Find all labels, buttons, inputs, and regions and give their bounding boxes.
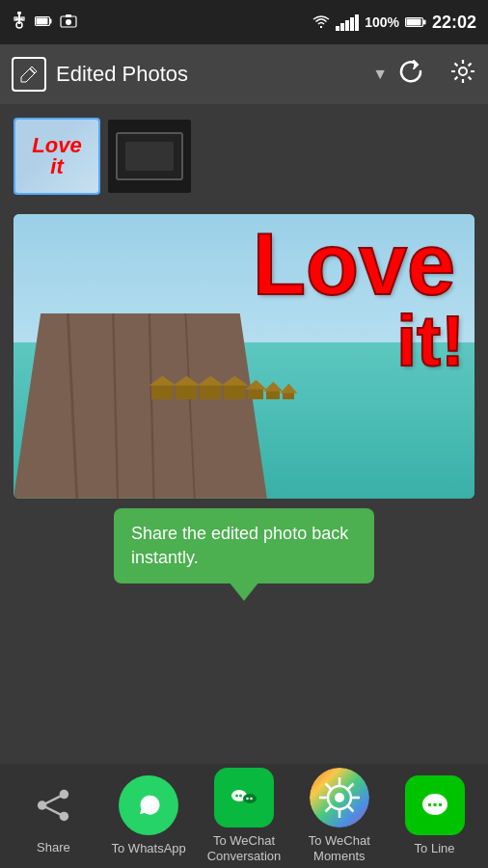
svg-rect-13 (406, 19, 420, 26)
thumbnail-2[interactable] (106, 118, 193, 195)
wechat-moments-label: To WeChat Moments (296, 833, 383, 863)
wechat-moments-action[interactable]: To WeChat Moments (296, 768, 383, 863)
svg-point-37 (335, 793, 344, 802)
svg-point-32 (243, 794, 257, 803)
app-title: Edited Photos (56, 62, 363, 87)
status-bar: 100% 22:02 (0, 0, 488, 44)
share-icon-container (24, 776, 82, 834)
car-dashboard-thumb (116, 132, 183, 180)
svg-rect-14 (423, 20, 426, 25)
it-word: it! (396, 307, 465, 375)
line-label: To Line (415, 841, 455, 856)
moments-icon (310, 768, 369, 827)
svg-point-16 (459, 68, 467, 75)
battery-small-icon (35, 14, 52, 31)
svg-rect-11 (66, 14, 71, 17)
svg-rect-48 (428, 803, 431, 806)
usb-icon (12, 12, 27, 34)
app-bar: Edited Photos ▼ (0, 44, 488, 104)
svg-line-26 (42, 805, 65, 816)
svg-rect-8 (50, 18, 52, 23)
battery-percent: 100% (365, 14, 399, 30)
battery-icon (405, 15, 426, 29)
clock: 22:02 (432, 13, 476, 33)
status-right-info: 100% 22:02 (312, 13, 476, 33)
tooltip-container: Share the edited photo back instantly. (0, 508, 488, 583)
svg-point-24 (38, 800, 47, 810)
moments-icon-container (310, 768, 369, 827)
share-icon (35, 787, 71, 824)
svg-point-22 (60, 790, 69, 800)
svg-point-30 (235, 795, 238, 798)
line-action[interactable]: To Line (392, 775, 478, 856)
thumbnail-row: Loveit (0, 104, 488, 208)
wechat-conv-label: To WeChat Conversation (201, 833, 287, 863)
wechat-conv-action[interactable]: To WeChat Conversation (201, 768, 287, 863)
photo-icon (60, 14, 77, 32)
action-bar: Share To WhatsApp To WeChat Conver (0, 764, 488, 868)
wechat-icon-container (214, 768, 274, 827)
main-image: Love it! (14, 214, 474, 499)
svg-point-31 (239, 795, 242, 798)
svg-rect-49 (433, 803, 436, 806)
share-label: Share (37, 840, 70, 855)
status-left-icons (12, 12, 77, 34)
svg-point-23 (60, 812, 69, 822)
svg-line-25 (42, 795, 65, 805)
whatsapp-icon (130, 787, 167, 824)
settings-button[interactable] (449, 58, 476, 92)
love-word: Love (253, 224, 455, 307)
whatsapp-label: To WhatsApp (112, 841, 186, 856)
svg-rect-0 (17, 12, 21, 14)
wechat-icon (225, 778, 263, 817)
love-text-overlay: Love it! (14, 214, 474, 499)
tooltip-text: Share the edited photo back instantly. (131, 524, 348, 567)
line-icon (416, 786, 454, 825)
edit-icon (12, 57, 46, 92)
wifi-icon (312, 15, 330, 29)
svg-rect-7 (37, 17, 48, 24)
share-action[interactable]: Share (10, 776, 96, 855)
tooltip-bubble: Share the edited photo back instantly. (114, 508, 374, 583)
thumb-love-text: Loveit (32, 135, 81, 177)
dropdown-arrow[interactable]: ▼ (372, 66, 388, 83)
whatsapp-icon-container (119, 775, 178, 835)
svg-point-10 (66, 19, 71, 25)
refresh-button[interactable] (397, 58, 424, 92)
signal-icon (336, 14, 359, 31)
svg-point-33 (246, 798, 249, 800)
line-icon-container (405, 775, 465, 835)
whatsapp-action[interactable]: To WhatsApp (105, 775, 192, 856)
thumbnail-1[interactable]: Loveit (14, 118, 100, 195)
svg-point-34 (250, 798, 253, 800)
svg-rect-50 (439, 803, 442, 806)
